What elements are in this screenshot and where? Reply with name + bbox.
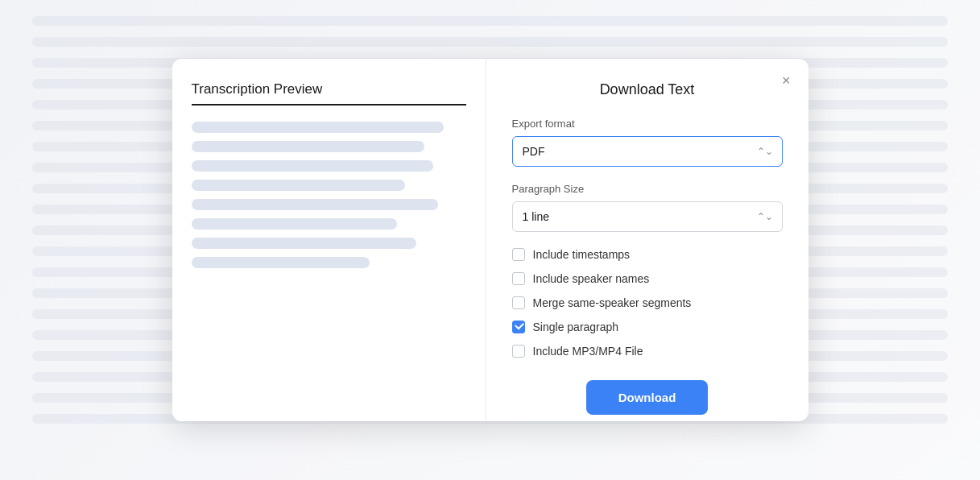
preview-line — [192, 218, 398, 230]
export-format-wrapper: PDF DOCX TXT SRT ⌃⌄ — [512, 136, 783, 167]
cb-timestamps-label: Include timestamps — [533, 248, 631, 261]
preview-line — [192, 160, 433, 172]
download-panel: Download Text Export format PDF DOCX TXT… — [486, 59, 808, 421]
cb-speaker-names-checkbox[interactable] — [512, 272, 525, 285]
preview-line — [192, 238, 417, 249]
checkbox-row-cb-timestamps[interactable]: Include timestamps — [512, 248, 783, 261]
cb-timestamps-checkbox[interactable] — [512, 248, 525, 261]
cb-include-mp3-checkbox[interactable] — [512, 345, 525, 358]
cb-merge-speaker-checkbox[interactable] — [512, 296, 525, 309]
preview-panel: Transcription Preview — [172, 59, 486, 421]
export-format-label: Export format — [512, 118, 783, 130]
preview-line — [192, 122, 445, 133]
download-button[interactable]: Download — [586, 380, 709, 415]
preview-line — [192, 257, 370, 268]
options-checkboxes: Include timestampsInclude speaker namesM… — [512, 248, 783, 358]
preview-line — [192, 141, 425, 152]
preview-title: Transcription Preview — [192, 81, 466, 106]
preview-line — [192, 199, 439, 210]
checkbox-row-cb-speaker-names[interactable]: Include speaker names — [512, 272, 783, 285]
cb-merge-speaker-label: Merge same-speaker segments — [533, 296, 692, 309]
cb-include-mp3-label: Include MP3/MP4 File — [533, 345, 643, 358]
checkbox-row-cb-include-mp3[interactable]: Include MP3/MP4 File — [512, 345, 783, 358]
preview-line — [192, 180, 406, 191]
cb-speaker-names-label: Include speaker names — [533, 272, 650, 285]
checkbox-row-cb-merge-speaker[interactable]: Merge same-speaker segments — [512, 296, 783, 309]
paragraph-size-select[interactable]: 1 line 2 lines 3 lines 4 lines — [512, 201, 783, 232]
download-modal: × Transcription Preview Download Text Ex… — [172, 59, 808, 421]
export-format-select[interactable]: PDF DOCX TXT SRT — [512, 136, 783, 167]
checkbox-row-cb-single-paragraph[interactable]: Single paragraph — [512, 321, 783, 333]
paragraph-size-label: Paragraph Size — [512, 183, 783, 195]
panel-title: Download Text — [512, 81, 783, 98]
cb-single-paragraph-label: Single paragraph — [533, 321, 619, 333]
cb-single-paragraph-checkbox[interactable] — [512, 321, 525, 333]
close-button[interactable]: × — [777, 70, 796, 91]
preview-lines — [192, 122, 466, 268]
paragraph-size-wrapper: 1 line 2 lines 3 lines 4 lines ⌃⌄ — [512, 201, 783, 232]
